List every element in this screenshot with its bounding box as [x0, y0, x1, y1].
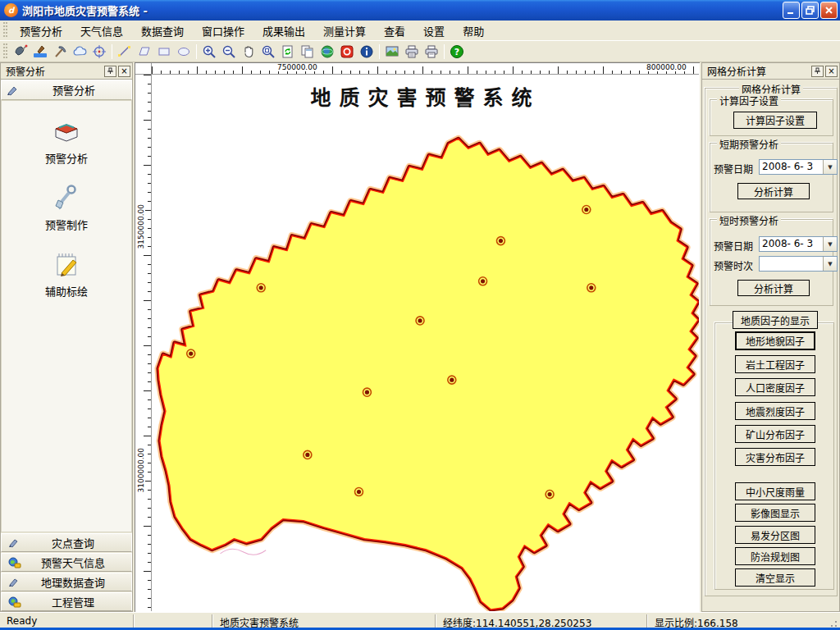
- menu-view[interactable]: 查看: [375, 20, 414, 42]
- bar-geo-data-query[interactable]: 地理数据查询: [1, 573, 132, 591]
- menu-help[interactable]: 帮助: [454, 20, 493, 42]
- left-panel-header[interactable]: 预警分析: [1, 80, 132, 100]
- zoom-in-icon[interactable]: [199, 43, 219, 61]
- prevention-plan-button[interactable]: 防治规划图: [735, 547, 815, 565]
- resize-grip[interactable]: [828, 618, 838, 628]
- bar-project-management[interactable]: 工程管理: [1, 592, 132, 611]
- status-divider: [212, 614, 212, 628]
- close-button[interactable]: [820, 2, 838, 19]
- status-ready: Ready: [7, 615, 37, 627]
- zoom-out-icon[interactable]: [219, 43, 239, 61]
- stop-icon[interactable]: [337, 43, 357, 61]
- menu-result-output[interactable]: 成果输出: [253, 20, 314, 42]
- weather-tool-icon: [8, 557, 21, 568]
- water-level-icon[interactable]: [30, 43, 50, 61]
- bar-warning-weather-info[interactable]: 预警天气信息: [1, 553, 132, 572]
- chevron-down-icon[interactable]: ▼: [823, 237, 837, 251]
- menubar-grip[interactable]: [2, 22, 8, 38]
- pan-icon[interactable]: [239, 43, 258, 61]
- toolbar-grip[interactable]: [2, 43, 8, 60]
- toolbar-separator: [196, 44, 197, 59]
- close-icon[interactable]: ×: [825, 66, 838, 77]
- menu-weather-info[interactable]: 天气信息: [71, 20, 132, 42]
- factor-geotech-button[interactable]: 岩土工程因子: [735, 355, 815, 373]
- x-ruler-label: 800000.00: [646, 63, 687, 71]
- risk-map[interactable]: [152, 75, 699, 611]
- short-time-date-combo[interactable]: 2008- 6- 3 ▼: [759, 236, 838, 252]
- map-viewport[interactable]: 750000.00 800000.00 3150000.00 3100000.0…: [135, 62, 700, 612]
- ruler-corner: [135, 63, 152, 75]
- tool-icon: [52, 184, 81, 212]
- pin-icon[interactable]: [104, 66, 116, 77]
- minimize-button[interactable]: [783, 2, 800, 19]
- image-view-icon[interactable]: [382, 43, 402, 61]
- boundary-centerline: [158, 139, 698, 609]
- restore-button[interactable]: [801, 2, 819, 19]
- info-icon[interactable]: [357, 43, 377, 61]
- pin-icon[interactable]: [811, 66, 824, 77]
- factor-seismic-button[interactable]: 地震烈度因子: [735, 402, 815, 420]
- bar-disaster-point-query[interactable]: 灾点查询: [1, 533, 132, 552]
- menu-measure-calc[interactable]: 测量计算: [314, 20, 375, 42]
- chevron-down-icon[interactable]: ▼: [823, 160, 837, 174]
- tool-warning-analysis[interactable]: 预警分析: [2, 119, 131, 166]
- menu-settings[interactable]: 设置: [414, 20, 454, 42]
- print-icon[interactable]: [402, 43, 422, 61]
- imagery-button[interactable]: 影像图显示: [735, 504, 815, 522]
- factor-disaster-button[interactable]: 灾害分布因子: [735, 448, 815, 466]
- factors-header-button[interactable]: 地质因子的显示: [733, 311, 818, 329]
- factor-settings-button[interactable]: 计算因子设置: [733, 112, 817, 129]
- short-term-date-combo[interactable]: 2008- 6- 3 ▼: [759, 159, 838, 175]
- grid-analysis-panel: 网格分析计算 × 网格分析计算 计算因子设置 计算因子设置 短期预警分析 预警日…: [701, 62, 840, 612]
- status-app-name: 地质灾害预警系统: [220, 615, 299, 629]
- toolbar-separator: [444, 44, 445, 59]
- tool-assist-plot[interactable]: 辅助标绘: [2, 250, 131, 299]
- zoom-window-icon[interactable]: [258, 43, 278, 61]
- horizontal-ruler: 750000.00 800000.00: [152, 63, 699, 75]
- tool-warning-production[interactable]: 预警制作: [2, 184, 131, 232]
- map-canvas[interactable]: 地质灾害预警系统: [152, 75, 699, 611]
- window-title: 浏阳市地质灾害预警系统 -: [22, 2, 783, 18]
- brush-icon: [8, 577, 21, 587]
- svg-text:?: ?: [454, 47, 459, 57]
- susceptibility-map-button[interactable]: 易发分区图: [735, 526, 815, 544]
- menu-data-query[interactable]: 数据查询: [132, 20, 193, 42]
- left-panel-title: 预警分析: [6, 64, 103, 78]
- title-bar: d 浏阳市地质灾害预警系统 -: [0, 0, 840, 21]
- factor-terrain-button[interactable]: 地形地貌因子: [735, 331, 815, 350]
- globe-icon[interactable]: [317, 43, 337, 61]
- tool-label: 预警制作: [2, 217, 131, 232]
- refresh-icon[interactable]: [278, 43, 298, 61]
- x-ruler-label: 750000.00: [276, 63, 318, 71]
- draw-polygon-icon[interactable]: [135, 43, 154, 61]
- cloud-icon[interactable]: [70, 43, 89, 61]
- outside-stream: [220, 549, 266, 555]
- toolbar-separator: [379, 44, 380, 59]
- copy-layers-icon[interactable]: [298, 43, 317, 61]
- status-bar: Ready 地质灾害预警系统 经纬度:114.140551,28.250253 …: [0, 612, 840, 630]
- time-label: 预警时次: [714, 258, 753, 272]
- factor-mine-button[interactable]: 矿山分布因子: [735, 425, 815, 443]
- short-time-period-combo[interactable]: ▼: [759, 256, 838, 272]
- draw-line-icon[interactable]: [115, 43, 135, 61]
- draw-ellipse-icon[interactable]: [174, 43, 194, 61]
- help-icon[interactable]: ?: [447, 43, 467, 61]
- chevron-down-icon[interactable]: ▼: [823, 257, 837, 271]
- brush-icon: [7, 84, 21, 96]
- toolbar: ?: [0, 41, 840, 62]
- draw-rectangle-icon[interactable]: [154, 43, 174, 61]
- short-term-analyze-button[interactable]: 分析计算: [737, 183, 810, 199]
- menu-window-ops[interactable]: 窗口操作: [193, 20, 253, 42]
- factor-population-button[interactable]: 人口密度因子: [735, 378, 815, 396]
- menu-warning-analysis[interactable]: 预警分析: [11, 20, 71, 42]
- print-preview-icon[interactable]: [422, 43, 441, 61]
- short-time-analyze-button[interactable]: 分析计算: [737, 280, 810, 296]
- notepad-icon: [52, 250, 81, 278]
- clear-display-button[interactable]: 清空显示: [735, 568, 815, 587]
- radar-icon[interactable]: [11, 43, 30, 61]
- close-icon[interactable]: ×: [118, 66, 130, 77]
- pick-icon[interactable]: [50, 43, 70, 61]
- locate-icon[interactable]: [89, 43, 109, 61]
- left-panel-titlebar: 预警分析 ×: [1, 63, 132, 80]
- rainfall-button[interactable]: 中小尺度雨量: [735, 482, 815, 500]
